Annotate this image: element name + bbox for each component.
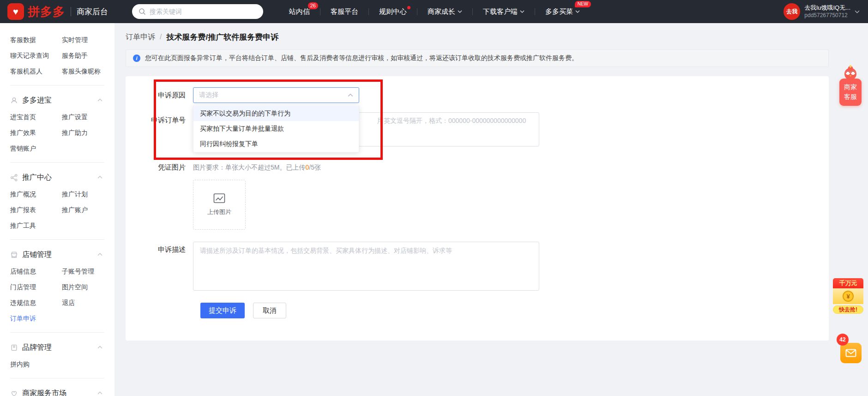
page-title: 技术服务费/推广软件服务费申诉 [166,32,278,43]
chevron-up-icon [97,391,102,395]
sidebar-item-promotion-report[interactable]: 推广报表 [10,206,62,214]
top-navigation: 站内信 26 客服平台 规则中心 商家成长 下载客户端 多多买菜 NEW [279,0,590,23]
sidebar-divider [10,162,104,163]
mail-tile-button[interactable] [840,343,862,363]
sidebar-divider [10,239,104,240]
brand-divider [71,7,71,16]
main-area: 订单申诉 / 技术服务费/推广软件服务费申诉 i 您可在此页面报备异常订单，平台… [115,23,868,396]
appeal-reason-placeholder: 请选择 [199,91,348,99]
suite-name: 商家后台 [77,6,108,17]
appeal-reason-select[interactable]: 请选择 [193,87,359,103]
nav-download-client[interactable]: 下载客户端 [473,0,535,23]
picture-icon [213,193,225,203]
storefront-icon [10,251,18,259]
upload-image-button[interactable]: 上传图片 [193,180,246,230]
nav-messages[interactable]: 站内信 26 [279,0,320,23]
sidebar-item-promotion-effect[interactable]: 推广效果 [10,129,62,137]
evidence-requirement-text: 图片要求：单张大小不超过5M。已上传0/5张 [193,162,321,172]
sidebar-section-merchant-service-market[interactable]: 商家服务市场 [10,384,115,396]
sidebar-section-brand-management[interactable]: 品牌管理 [10,338,115,357]
sidebar: 客服数据 实时管理 聊天记录查询 服务助手 客服机器人 客服头像昵称 多多进宝 … [0,23,115,396]
new-badge: NEW [575,1,591,7]
mail-count-badge: 42 [837,334,849,346]
sidebar-item-customer-service-data[interactable]: 客服数据 [10,36,62,44]
sidebar-item-exit-shop[interactable]: 退店 [62,299,114,307]
sidebar-item-service-assistant[interactable]: 服务助手 [62,52,114,60]
sidebar-divider [10,85,104,85]
breadcrumb-order-appeal[interactable]: 订单申诉 [126,32,155,42]
sidebar-item-image-space[interactable]: 图片空间 [62,283,114,292]
sidebar-item-order-appeal[interactable]: 订单申诉 [10,315,62,323]
user-menu[interactable]: 去我 去我lu饿哦IQ无... pdd57267750712 [784,3,860,20]
sidebar-item-jinbao-home[interactable]: 进宝首页 [10,113,62,122]
upload-image-label: 上传图片 [207,208,231,216]
chevron-down-icon [458,10,462,13]
notification-dot [407,6,410,9]
sidebar-item-pin-internal-purchase[interactable]: 拼内购 [10,360,62,369]
user-id: pdd57267750712 [804,12,850,19]
avatar: 去我 [784,3,800,20]
nav-duoduo-maicai[interactable]: 多多买菜 NEW [535,0,590,23]
search-icon [139,8,146,15]
sidebar-item-marketing-account[interactable]: 营销账户 [10,145,62,153]
merchant-cs-button[interactable]: 商家 客服 [839,79,862,106]
cash-promo-widget[interactable]: 千万元 ¥ 快去抢! [833,278,863,314]
sidebar-item-promotion-tools[interactable]: 推广工具 [10,222,62,230]
nav-customer-service-platform[interactable]: 客服平台 [320,0,368,23]
chevron-down-icon [520,10,524,13]
sidebar-item-chat-log-search[interactable]: 聊天记录查询 [10,52,62,60]
chevron-up-icon [97,346,102,349]
nav-rules-center[interactable]: 规则中心 [369,0,417,23]
info-banner: i 您可在此页面报备异常订单，平台将结合订单、店铺、售后及消费者等信息进行审核，… [126,49,829,67]
appeal-form-card: 申诉原因 请选择 买家不以交易为目的的下单行为 买家拍下大量订单并批量退款 同行… [126,76,829,341]
promo-grab-button[interactable]: 快去抢! [833,305,863,314]
tag-icon [10,344,18,352]
dropdown-option-bulk-order-refund[interactable]: 买家拍下大量订单并批量退款 [193,121,359,136]
sidebar-item-promotion-overview[interactable]: 推广概况 [10,190,62,199]
promo-title: 千万元 [833,278,863,288]
user-name: 去我lu饿哦IQ无... [804,4,850,12]
appeal-description-placeholder: 请描述所涉及订单的基本情况，包括交易背景、买家具体行为描述、对店铺影响、诉求等 [200,247,532,255]
sidebar-divider [10,378,104,378]
sidebar-item-subaccount-management[interactable]: 子账号管理 [62,268,114,276]
dropdown-option-competitor-revenge[interactable]: 同行因纠纷报复下单 [193,136,359,152]
topbar: ♥ 拼多多 商家后台 站内信 26 客服平台 规则中心 商家成长 下载客户端 [0,0,868,23]
chevron-down-icon [855,10,860,13]
chevron-down-icon [575,10,580,13]
appeal-reason-dropdown: 买家不以交易为目的的下单行为 买家拍下大量订单并批量退款 同行因纠纷报复下单 [193,105,359,152]
submit-appeal-button[interactable]: 提交申诉 [200,303,245,318]
info-banner-text: 您可在此页面报备异常订单，平台将结合订单、店铺、售后及消费者等信息进行审核，如审… [145,54,578,62]
sidebar-item-cs-robot[interactable]: 客服机器人 [10,67,62,76]
sidebar-item-promotion-boost[interactable]: 推广助力 [62,129,114,137]
envelope-icon [845,349,856,357]
sidebar-section-shop-management[interactable]: 店铺管理 [10,245,115,264]
cancel-button[interactable]: 取消 [253,303,286,318]
dropdown-option-non-trade-order[interactable]: 买家不以交易为目的的下单行为 [193,106,359,121]
chevron-up-icon [97,176,102,179]
doll-icon [10,97,18,104]
order-number-label: 申诉订单号 [126,112,193,128]
sidebar-item-store-management[interactable]: 门店管理 [10,283,62,292]
info-icon: i [133,55,140,62]
mail-widget[interactable]: 42 [838,334,862,366]
nav-merchant-growth[interactable]: 商家成长 [417,0,472,23]
brand-name: 拼多多 [28,4,65,20]
sidebar-item-shop-info[interactable]: 店铺信息 [10,268,62,276]
sidebar-item-promotion-account[interactable]: 推广账户 [62,206,114,214]
sidebar-item-realtime-management[interactable]: 实时管理 [62,36,114,44]
search-input[interactable] [150,8,257,15]
appeal-description-textarea[interactable]: 请描述所涉及订单的基本情况，包括交易背景、买家具体行为描述、对店铺影响、诉求等 [193,242,539,291]
sidebar-item-cs-avatar-nickname[interactable]: 客服头像昵称 [62,67,114,76]
sidebar-item-violation-info[interactable]: 违规信息 [10,299,62,307]
sidebar-item-promotion-settings[interactable]: 推广设置 [62,113,114,122]
sidebar-section-promotion-center[interactable]: 推广中心 [10,168,115,187]
evidence-image-label: 凭证图片 [126,162,193,172]
global-search[interactable] [132,4,263,19]
pinduoduo-logo-icon[interactable]: ♥ [7,3,24,20]
chevron-up-icon [97,253,102,256]
promo-body: ¥ [833,288,863,304]
merchant-cs-widget[interactable]: 商家 客服 [839,65,862,106]
bird-mascot-icon [841,65,860,80]
sidebar-item-promotion-plan[interactable]: 推广计划 [62,190,114,199]
sidebar-section-duoduo-jinbao[interactable]: 多多进宝 [10,91,115,110]
